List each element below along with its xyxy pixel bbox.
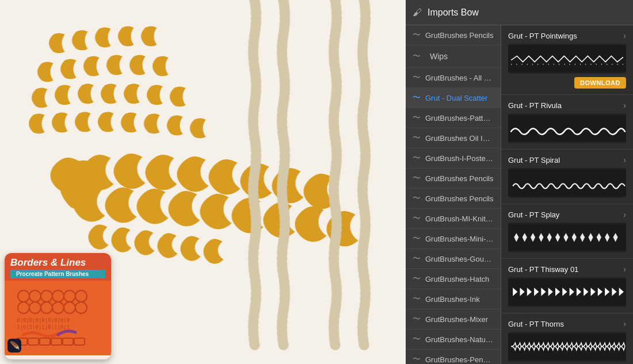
- preview-title-4: Grut - PT Splay: [508, 210, 559, 219]
- brush-icon-6: 〜: [413, 133, 425, 143]
- svg-rect-23: [508, 170, 626, 196]
- preview-item-5[interactable]: Grut - PT Thisway 01 ›: [501, 259, 633, 313]
- brush-row-11[interactable]: 〜 GrutBrushes-Mini-Le...: [406, 229, 501, 249]
- svg-point-10: [52, 302, 64, 313]
- preview-item-3[interactable]: Grut - PT Spiral ›: [501, 150, 633, 204]
- preview-title-5: Grut - PT Thisway 01: [508, 265, 578, 274]
- brush-row-16[interactable]: 〜 GrutBrushes-Natural...: [406, 329, 501, 350]
- wips-section[interactable]: 〜 Wips: [406, 45, 501, 68]
- download-area-1: DOWNLOAD: [508, 77, 626, 89]
- brush-row-name-12: GrutBrushes-Gouache: [425, 255, 494, 263]
- brush-row-15[interactable]: 〜 GrutBrushes-Mixer: [406, 309, 501, 329]
- badge-top: Borders & Lines Procreate Pattern Brushe…: [5, 253, 111, 281]
- preview-item-2[interactable]: Grut - PT Rivula ›: [501, 95, 633, 150]
- chevron-right-icon-3: ›: [623, 155, 626, 164]
- svg-text:0|0|0|0|0|0|0|0|0: 0|0|0|0|0|0|0|0|0: [17, 317, 70, 323]
- brush-row-14[interactable]: 〜 GrutBrushes-Ink: [406, 289, 501, 309]
- left-list: 〜 GrutBrushes Pencils 〜 Wips 〜 GrutBrush…: [406, 25, 501, 364]
- preview-header-2: Grut - PT Rivula ›: [508, 101, 626, 110]
- panel-header-title: Imports Bow: [428, 7, 479, 18]
- right-combined: 〜 GrutBrushes Pencils 〜 Wips 〜 GrutBrush…: [406, 25, 633, 364]
- badge-title: Borders & Lines: [10, 258, 105, 269]
- preview-item-1[interactable]: Grut - PT Pointwings › DOWNLOAD: [501, 25, 633, 95]
- brush-row-name-6: GrutBrushes Oil Impa...: [425, 134, 494, 143]
- svg-rect-16: [28, 338, 39, 345]
- badge-image: 0|0|0|0|0|0|0|0|0 1|0|1|0|1|0|1|0|1 🪶: [5, 281, 111, 355]
- preview-header-5: Grut - PT Thisway 01 ›: [508, 265, 626, 274]
- brush-row-8[interactable]: 〜 GrutBrushes Pencils: [406, 168, 501, 189]
- brush-icon-7: 〜: [413, 153, 425, 163]
- brush-row-name-11: GrutBrushes-Mini-Le...: [425, 235, 494, 243]
- brush-row-3[interactable]: 〜 GrutBrushes - All Pro...: [406, 68, 501, 88]
- preview-title-3: Grut - PT Spiral: [508, 156, 560, 164]
- brush-row-name-14: GrutBrushes-Ink: [425, 295, 494, 304]
- procreate-icon: 🪶: [7, 339, 21, 352]
- brush-row-9[interactable]: 〜 GrutBrushes Pencils: [406, 189, 501, 209]
- chevron-right-icon-4: ›: [623, 210, 626, 219]
- brush-icon-5: 〜: [413, 113, 425, 123]
- svg-point-6: [41, 302, 52, 313]
- brush-icon-3: 〜: [413, 72, 425, 83]
- svg-point-7: [52, 290, 64, 302]
- svg-rect-18: [51, 338, 62, 345]
- brush-row-4[interactable]: 〜 Grut - Dual Scatter: [406, 88, 501, 108]
- chevron-right-icon-2: ›: [623, 101, 626, 110]
- svg-point-5: [29, 302, 41, 313]
- chevron-right-icon-1: ›: [623, 31, 626, 40]
- svg-point-9: [75, 290, 87, 302]
- svg-point-8: [64, 290, 75, 302]
- svg-rect-17: [40, 338, 50, 345]
- brush-row-name-16: GrutBrushes-Natural...: [425, 335, 494, 344]
- brush-row-7[interactable]: 〜 GrutBrush-I-Poster-...: [406, 148, 501, 168]
- preview-header-4: Grut - PT Splay ›: [508, 210, 626, 219]
- brush-row-12[interactable]: 〜 GrutBrushes-Gouache: [406, 249, 501, 269]
- brush-row-17[interactable]: 〜 GrutBrushes-Pencils...: [406, 350, 501, 364]
- brush-icon-12: 〜: [413, 254, 425, 264]
- brush-icon-16: 〜: [413, 334, 425, 344]
- preview-item-6[interactable]: Grut - PT Thorns ›: [501, 313, 633, 364]
- svg-point-11: [64, 302, 75, 313]
- svg-point-4: [18, 302, 29, 313]
- brush-row-5[interactable]: 〜 GrutBrushes-Pattern...: [406, 108, 501, 128]
- brush-icon: 🖌: [413, 7, 422, 18]
- badge-subtitle: Procreate Pattern Brushes: [10, 270, 105, 278]
- brush-row-10[interactable]: 〜 GrutBrush-MI-Knit-S...: [406, 209, 501, 229]
- brush-icon-15: 〜: [413, 314, 425, 324]
- preview-title-2: Grut - PT Rivula: [508, 101, 562, 110]
- preview-header-6: Grut - PT Thorns ›: [508, 319, 626, 328]
- brush-row-1[interactable]: 〜 GrutBrushes Pencils: [406, 25, 501, 45]
- preview-img-4: [508, 223, 626, 252]
- brush-icon-1: 〜: [413, 30, 425, 40]
- svg-rect-19: [63, 338, 73, 345]
- brush-row-name-17: GrutBrushes-Pencils...: [425, 355, 494, 364]
- svg-point-12: [75, 302, 87, 313]
- brush-row-name-10: GrutBrush-MI-Knit-S...: [425, 214, 494, 223]
- preview-img-1: [508, 44, 626, 74]
- canvas-area: Borders & Lines Procreate Pattern Brushe…: [0, 0, 406, 364]
- preview-title-1: Grut - PT Pointwings: [508, 32, 577, 40]
- brush-icon-4: 〜: [413, 93, 425, 103]
- right-panel: 🖌 Imports Bow 〜 GrutBrushes Pencils 〜 Wi…: [406, 0, 633, 364]
- download-button-1[interactable]: DOWNLOAD: [574, 77, 626, 89]
- brush-row-13[interactable]: 〜 GrutBrushes-Hatch: [406, 269, 501, 289]
- brush-row-name-13: GrutBrushes-Hatch: [425, 275, 494, 283]
- preview-header-1: Grut - PT Pointwings ›: [508, 31, 626, 40]
- brush-icon-17: 〜: [413, 354, 425, 364]
- brush-row-name-15: GrutBrushes-Mixer: [425, 315, 494, 324]
- brush-icon-9: 〜: [413, 193, 425, 204]
- brush-icon-8: 〜: [413, 173, 425, 183]
- brush-row-name-4: Grut - Dual Scatter: [425, 94, 494, 102]
- svg-rect-20: [74, 338, 85, 345]
- preview-item-4[interactable]: Grut - PT Splay ›: [501, 204, 633, 259]
- chevron-right-icon-5: ›: [623, 265, 626, 274]
- preview-img-3: [508, 168, 626, 198]
- chevron-right-icon-6: ›: [623, 319, 626, 328]
- preview-img-6: [508, 332, 626, 362]
- svg-point-2: [29, 290, 41, 302]
- preview-panel: Grut - PT Pointwings › DOWNLOAD: [501, 25, 633, 364]
- brush-icon-14: 〜: [413, 294, 425, 304]
- brush-icon-11: 〜: [413, 233, 425, 244]
- brush-row-6[interactable]: 〜 GrutBrushes Oil Impa...: [406, 128, 501, 148]
- badge-card[interactable]: Borders & Lines Procreate Pattern Brushe…: [5, 253, 111, 359]
- brush-row-name-1: GrutBrushes Pencils: [425, 31, 494, 40]
